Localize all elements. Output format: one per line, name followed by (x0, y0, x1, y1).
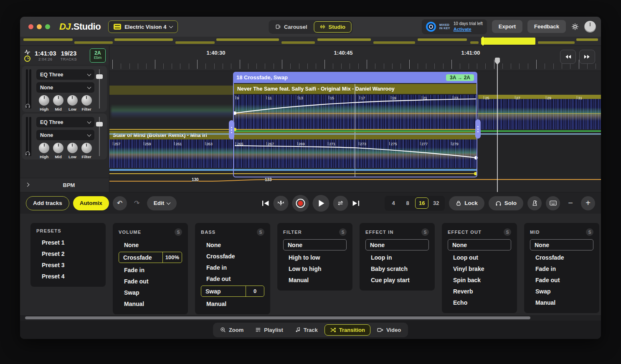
time-ruler[interactable]: 1:40:301:40:451:41:00 (109, 46, 601, 71)
option-fade-out[interactable]: Fade out (201, 273, 264, 284)
option-high-to-low[interactable]: High to low (283, 252, 347, 263)
tab-carousel[interactable]: Carousel (270, 21, 313, 33)
zoom-out-button[interactable]: − (564, 198, 577, 208)
grid-option-4[interactable]: 4 (387, 197, 400, 209)
option-spin-back[interactable]: Spin back (448, 274, 511, 286)
lanes-content[interactable]: State of Mind (Bolster Remix) - Mha Iri1… (109, 71, 601, 192)
option-preset-4[interactable]: Preset 4 (36, 270, 100, 282)
panel-settings-badge[interactable]: S (175, 228, 182, 236)
option-loop-out[interactable]: Loop out (448, 252, 511, 263)
panel-settings-badge[interactable]: S (504, 228, 511, 236)
undo-button[interactable]: ↶ (113, 196, 127, 210)
option-fade-out[interactable]: Fade out (119, 276, 182, 287)
high-knob[interactable] (39, 95, 49, 106)
crossfade-right-handle[interactable] (475, 119, 481, 139)
crossfade-clip-header[interactable]: 18 Crossfade, Swap3A → 2A (233, 72, 477, 83)
grid-option-32[interactable]: 32 (429, 197, 443, 209)
option-none[interactable]: None (365, 239, 429, 250)
bpm-lane-header[interactable]: BPM (20, 178, 109, 192)
top-track-title[interactable]: Never The Same feat. Sally Saifi - Origi… (234, 84, 477, 94)
option-none[interactable]: None (201, 239, 264, 250)
project-selector[interactable]: Electric Vision 4 (108, 20, 178, 33)
option-none[interactable]: None (119, 239, 182, 250)
lock-button[interactable]: Lock (449, 196, 484, 210)
tab-track[interactable]: Track (290, 324, 323, 336)
arrangement-lanes[interactable]: 1:40:301:40:451:41:00 State of Mind (Bol… (109, 46, 601, 192)
tab-studio[interactable]: Studio (314, 21, 351, 33)
option-manual[interactable]: Manual (201, 298, 264, 309)
option-none[interactable]: None (283, 239, 347, 250)
mid-knob[interactable] (53, 95, 63, 106)
effect-select-2[interactable]: None (36, 130, 94, 140)
option-manual[interactable]: Manual (283, 274, 347, 286)
option-fade-in[interactable]: Fade in (201, 262, 264, 273)
crossfade-left-handle[interactable] (229, 120, 234, 139)
option-crossfade[interactable]: Crossfade (201, 250, 264, 262)
low-knob[interactable] (67, 143, 78, 153)
maximize-window-button[interactable] (45, 24, 50, 29)
volume-slider-2[interactable] (96, 117, 103, 156)
mid-knob[interactable] (53, 143, 63, 153)
zoom-in-button[interactable]: + (581, 196, 595, 210)
option-crossfade[interactable]: Crossfade100% (119, 252, 182, 263)
option-fade-in[interactable]: Fade in (119, 264, 182, 276)
panel-settings-badge[interactable]: S (339, 228, 347, 236)
skip-to-end-button[interactable] (352, 200, 360, 207)
feedback-button[interactable]: Feedback (527, 20, 566, 33)
user-avatar[interactable] (584, 21, 596, 33)
option-value[interactable]: 100% (162, 252, 182, 263)
option-none[interactable]: None (530, 239, 593, 250)
filter-knob[interactable] (81, 143, 92, 153)
scrollbar-thumb[interactable] (25, 316, 530, 319)
option-echo[interactable]: Echo (448, 297, 511, 308)
option-manual[interactable]: Manual (119, 298, 182, 309)
automix-button[interactable]: Automix (73, 196, 109, 210)
option-manual[interactable]: Manual (530, 297, 593, 308)
panel-settings-badge[interactable]: S (586, 228, 593, 236)
option-loop-in[interactable]: Loop in (365, 252, 429, 263)
microphone-button[interactable] (273, 196, 288, 211)
option-fade-out[interactable]: Fade out (530, 274, 593, 286)
tab-playlist[interactable]: Playlist (250, 324, 288, 336)
low-knob[interactable] (67, 95, 78, 106)
fast-forward-button[interactable] (579, 50, 595, 64)
headphones-cue-icon[interactable] (25, 102, 30, 110)
option-vinyl-brake[interactable]: Vinyl brake (448, 263, 511, 274)
option-cue-play-start[interactable]: Cue play start (365, 274, 429, 286)
effect-select-1[interactable]: None (36, 82, 94, 93)
bpm-value[interactable]: 130 (192, 177, 199, 182)
edit-menu-button[interactable]: Edit (147, 196, 177, 210)
skip-to-start-button[interactable] (261, 200, 269, 207)
rewind-button[interactable] (560, 50, 576, 64)
option-value[interactable]: 0 (246, 286, 264, 296)
option-low-to-high[interactable]: Low to high (283, 263, 347, 274)
eq-select-2[interactable]: EQ Three (36, 117, 94, 127)
keyboard-shortcuts-button[interactable] (546, 196, 560, 210)
settings-button[interactable] (571, 23, 579, 31)
panel-settings-badge[interactable]: S (257, 228, 264, 236)
redo-button[interactable]: ↷ (131, 199, 143, 207)
metronome-button[interactable] (527, 196, 542, 210)
grid-option-8[interactable]: 8 (401, 197, 414, 209)
arrangement-overview[interactable] (20, 37, 601, 46)
option-preset-1[interactable]: Preset 1 (36, 237, 100, 248)
option-reverb[interactable]: Reverb (448, 286, 511, 297)
option-crossfade[interactable]: Crossfade (530, 252, 593, 263)
filter-knob[interactable] (81, 95, 92, 106)
solo-button[interactable]: Solo (489, 196, 523, 210)
minimize-window-button[interactable] (37, 24, 42, 29)
play-button[interactable] (312, 195, 329, 212)
key-badge[interactable]: 2A Ebm (90, 48, 106, 63)
overview-playhead-marker[interactable] (482, 37, 484, 46)
option-none[interactable]: None (448, 239, 511, 250)
tab-zoom[interactable]: Zoom (215, 324, 248, 336)
export-button[interactable]: Export (492, 20, 522, 33)
add-tracks-button[interactable]: Add tracks (26, 196, 69, 210)
tab-transition[interactable]: Transition (324, 324, 370, 336)
loop-button[interactable] (333, 196, 348, 211)
playhead[interactable] (497, 58, 498, 192)
bottom-track-title[interactable]: State of Mind (Bolster Remix) - Mha Iri (109, 131, 477, 139)
record-button[interactable] (292, 195, 309, 212)
tab-video[interactable]: Video (372, 324, 406, 336)
grid-option-16[interactable]: 16 (415, 197, 428, 209)
